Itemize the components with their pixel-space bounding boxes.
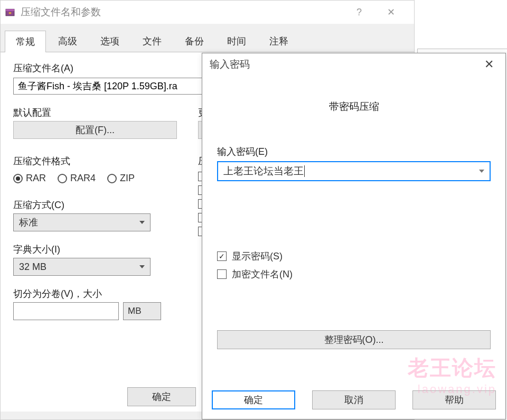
dict-value: 32 MB — [19, 262, 46, 273]
tab-advanced[interactable]: 高级 — [47, 30, 88, 52]
dict-dropdown[interactable]: 32 MB — [13, 258, 151, 276]
encrypt-names-checkbox[interactable]: 加密文件名(N) — [217, 268, 491, 281]
method-value: 标准 — [19, 216, 38, 229]
svg-rect-1 — [6, 9, 14, 11]
tab-options[interactable]: 选项 — [89, 30, 130, 52]
close-icon[interactable]: ✕ — [480, 58, 498, 71]
dict-label: 字典大小(I) — [13, 243, 177, 256]
main-tabs: 常规 高级 选项 文件 备份 时间 注释 — [1, 24, 414, 52]
format-rar4[interactable]: RAR4 — [58, 173, 96, 184]
method-label: 压缩方式(C) — [13, 199, 177, 211]
main-ok-button[interactable]: 确定 — [127, 387, 196, 406]
format-label: 压缩文件格式 — [13, 155, 177, 167]
pwd-checkbox-group: 显示密码(S) 加密文件名(N) — [217, 250, 491, 281]
rar-app-icon — [5, 7, 15, 17]
format-rar[interactable]: RAR — [13, 173, 46, 184]
pwd-body: 带密码压缩 输入密码(E) 上老王论坛当老王 显示密码(S) 加密文件名(N) … — [202, 76, 505, 419]
pwd-title: 输入密码 — [210, 58, 250, 71]
svg-rect-2 — [9, 12, 12, 14]
pwd-ok-label: 确定 — [244, 395, 263, 405]
split-size-input[interactable] — [13, 302, 119, 320]
format-radio-group: RAR RAR4 ZIP — [13, 173, 177, 184]
organize-passwords-button[interactable]: 整理密码(O)... — [217, 330, 491, 349]
profile-button-label: 配置(F)... — [76, 125, 115, 135]
tab-comment-label: 注释 — [269, 36, 288, 46]
format-rar4-label: RAR4 — [70, 173, 96, 184]
text-cursor — [304, 165, 305, 177]
pwd-help-button[interactable]: 帮助 — [412, 390, 496, 409]
profile-section-label: 默认配置 — [13, 106, 177, 119]
show-password-label: 显示密码(S) — [232, 250, 283, 263]
checkbox-checked-icon — [217, 251, 227, 261]
pwd-subtitle: 带密码压缩 — [217, 100, 491, 114]
radio-icon — [107, 174, 117, 183]
tab-files-label: 文件 — [143, 36, 162, 46]
show-password-checkbox[interactable]: 显示密码(S) — [217, 250, 491, 263]
tab-time[interactable]: 时间 — [216, 30, 257, 52]
main-titlebar: 压缩文件名和参数 ? ✕ — [1, 1, 414, 24]
encrypt-names-label: 加密文件名(N) — [232, 268, 293, 281]
split-unit-select[interactable]: MB — [123, 302, 161, 320]
checkbox-icon — [217, 269, 227, 279]
organize-passwords-label: 整理密码(O)... — [324, 334, 384, 345]
tab-backup[interactable]: 备份 — [174, 30, 215, 52]
pwd-input-value: 上老王论坛当老王 — [223, 164, 304, 178]
radio-selected-icon — [13, 174, 23, 183]
chevron-down-icon — [479, 170, 484, 173]
help-button[interactable]: ? — [351, 4, 368, 21]
tab-backup-label: 备份 — [185, 36, 204, 46]
pwd-cancel-button[interactable]: 取消 — [312, 390, 396, 409]
tab-comment[interactable]: 注释 — [258, 30, 299, 52]
tab-general-label: 常规 — [16, 36, 35, 47]
split-unit-value: MB — [128, 306, 142, 316]
tab-general[interactable]: 常规 — [5, 31, 46, 52]
pwd-footer: 确定 取消 帮助 — [212, 390, 496, 409]
pwd-help-label: 帮助 — [445, 395, 464, 405]
format-zip-label: ZIP — [120, 173, 135, 184]
format-zip[interactable]: ZIP — [107, 173, 135, 184]
format-rar-label: RAR — [26, 173, 46, 184]
pwd-cancel-label: 取消 — [344, 395, 363, 405]
tab-options-label: 选项 — [100, 36, 119, 46]
pwd-input-label: 输入密码(E) — [217, 145, 491, 158]
split-label: 切分为分卷(V)，大小 — [13, 287, 177, 300]
chevron-down-icon — [139, 221, 145, 224]
pwd-input-combo[interactable]: 上老王论坛当老王 — [217, 161, 491, 181]
profile-button[interactable]: 配置(F)... — [13, 121, 177, 139]
chevron-down-icon — [139, 265, 145, 268]
tab-files[interactable]: 文件 — [132, 30, 173, 52]
tab-advanced-label: 高级 — [58, 36, 77, 46]
password-dialog: 输入密码 ✕ 带密码压缩 输入密码(E) 上老王论坛当老王 显示密码(S) 加密… — [202, 53, 506, 419]
close-button[interactable]: ✕ — [382, 4, 399, 21]
pwd-titlebar: 输入密码 ✕ — [202, 53, 505, 76]
main-title: 压缩文件名和参数 — [21, 5, 101, 19]
tab-time-label: 时间 — [227, 36, 246, 46]
method-dropdown[interactable]: 标准 — [13, 213, 151, 231]
pwd-ok-button[interactable]: 确定 — [212, 390, 295, 409]
window-controls: ? ✕ — [351, 4, 410, 21]
main-ok-label: 确定 — [152, 391, 171, 402]
radio-icon — [58, 174, 67, 183]
